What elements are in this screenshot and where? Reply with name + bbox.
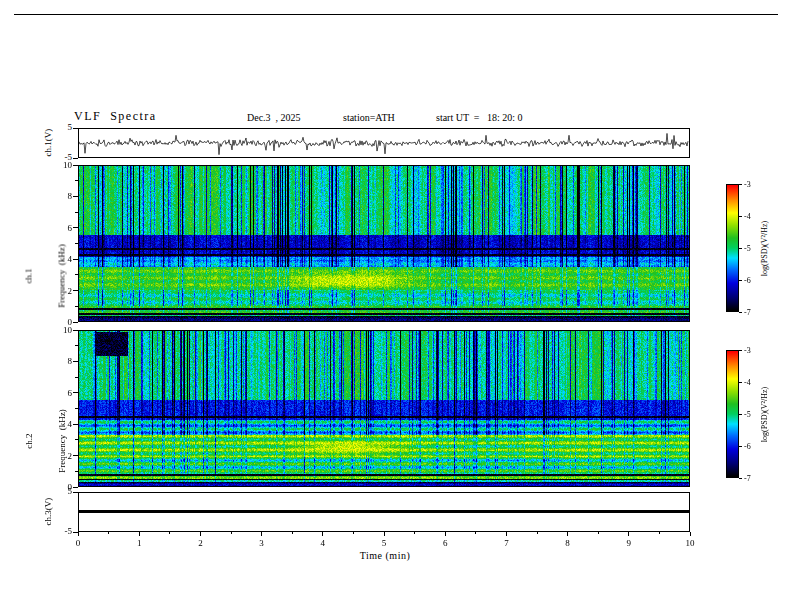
time-minor-tick — [231, 532, 232, 534]
freq-tick-label: 4 — [50, 254, 72, 265]
ch2-spec-ylabel-line1: ch.2 — [24, 363, 35, 520]
voltage-tick — [73, 158, 78, 159]
freq-minor-tick — [75, 345, 78, 346]
colorbar-2-gradient — [727, 351, 738, 477]
ch1-spec-ylabel-line1: ch.1 — [24, 198, 35, 355]
time-tick-label: 7 — [498, 538, 514, 549]
time-minor-tick — [108, 532, 109, 534]
freq-major-tick — [73, 165, 78, 166]
time-minor-tick — [475, 532, 476, 534]
station-label: station=ATH — [343, 112, 395, 123]
ch1-waveform-panel — [78, 128, 690, 158]
ch1-spectrogram-panel — [78, 165, 690, 322]
freq-minor-tick — [75, 180, 78, 181]
time-tick-label: 9 — [621, 538, 637, 549]
freq-minor-tick — [75, 439, 78, 440]
colorbar-tick-label: -3 — [744, 346, 751, 355]
colorbar-tick-label: -4 — [744, 212, 751, 221]
colorbar-2-label: log(PSD)(V²/Hz) — [759, 351, 770, 479]
colorbar-tick — [739, 382, 742, 383]
freq-minor-tick — [75, 212, 78, 213]
ch1-wave-ytick-top: 5 — [50, 122, 72, 133]
time-tick-label: 8 — [560, 538, 576, 549]
voltage-tick — [73, 532, 78, 533]
time-minor-tick — [537, 532, 538, 534]
start-ut-label: start UT = 18: 20: 0 — [436, 112, 523, 123]
voltage-tick — [73, 128, 78, 129]
time-major-tick — [690, 532, 691, 536]
freq-tick-label: 2 — [50, 451, 72, 462]
freq-minor-tick — [75, 471, 78, 472]
time-major-tick — [384, 532, 385, 536]
freq-major-tick — [73, 361, 78, 362]
freq-major-tick — [73, 290, 78, 291]
freq-tick-label: 0 — [50, 482, 72, 493]
colorbar-1-gradient — [727, 185, 738, 311]
freq-tick-label: 10 — [50, 325, 72, 336]
colorbar-tick — [739, 350, 742, 351]
ch2-spectrogram-panel — [78, 330, 690, 487]
freq-major-tick — [73, 322, 78, 323]
time-major-tick — [200, 532, 201, 536]
colorbar-tick-label: -4 — [744, 378, 751, 387]
time-major-tick — [322, 532, 323, 536]
ch3-flatline — [79, 510, 689, 513]
colorbar-1-label: log(PSD)(V²/Hz) — [759, 185, 770, 313]
freq-minor-tick — [75, 306, 78, 307]
time-tick-label: 5 — [376, 538, 392, 549]
colorbar-tick — [739, 216, 742, 217]
freq-major-tick — [73, 227, 78, 228]
time-tick-label: 0 — [70, 538, 86, 549]
colorbar-tick-label: -7 — [744, 474, 751, 483]
time-minor-tick — [659, 532, 660, 534]
time-minor-tick — [169, 532, 170, 534]
freq-minor-tick — [75, 243, 78, 244]
time-major-tick — [261, 532, 262, 536]
voltage-tick — [73, 492, 78, 493]
colorbar-2 — [726, 350, 739, 478]
time-major-tick — [628, 532, 629, 536]
time-major-tick — [506, 532, 507, 536]
time-tick-label: 6 — [437, 538, 453, 549]
time-major-tick — [139, 532, 140, 536]
time-tick-label: 2 — [192, 538, 208, 549]
time-tick-label: 4 — [315, 538, 331, 549]
colorbar-tick-label: -6 — [744, 442, 751, 451]
freq-minor-tick — [75, 377, 78, 378]
time-major-tick — [445, 532, 446, 536]
colorbar-tick-label: -7 — [744, 308, 751, 317]
freq-minor-tick — [75, 274, 78, 275]
colorbar-tick — [739, 446, 742, 447]
freq-tick-label: 8 — [50, 356, 72, 367]
top-rule — [14, 14, 778, 15]
ch1-spectrogram-canvas — [79, 166, 689, 321]
colorbar-tick — [739, 478, 742, 479]
time-minor-tick — [414, 532, 415, 534]
freq-major-tick — [73, 424, 78, 425]
colorbar-tick — [739, 184, 742, 185]
freq-tick-label: 10 — [50, 160, 72, 171]
time-minor-tick — [598, 532, 599, 534]
freq-major-tick — [73, 259, 78, 260]
freq-tick-label: 6 — [50, 388, 72, 399]
colorbar-tick-label: -3 — [744, 180, 751, 189]
freq-tick-label: 8 — [50, 191, 72, 202]
colorbar-tick — [739, 280, 742, 281]
colorbar-tick-label: -6 — [744, 276, 751, 285]
time-axis-label: Time (min) — [330, 550, 440, 561]
colorbar-tick — [739, 312, 742, 313]
figure-title: VLF Spectra — [74, 109, 157, 124]
time-minor-tick — [292, 532, 293, 534]
time-major-tick — [78, 532, 79, 536]
ch1-waveform-canvas — [79, 129, 689, 157]
ch3-wave-ytick-bottom: -5 — [50, 526, 72, 537]
colorbar-1 — [726, 184, 739, 312]
time-major-tick — [567, 532, 568, 536]
freq-minor-tick — [75, 408, 78, 409]
freq-major-tick — [73, 330, 78, 331]
freq-major-tick — [73, 196, 78, 197]
colorbar-tick-label: -5 — [744, 410, 751, 419]
time-tick-label: 1 — [131, 538, 147, 549]
date-label: Dec.3 , 2025 — [247, 112, 301, 123]
freq-tick-label: 6 — [50, 223, 72, 234]
